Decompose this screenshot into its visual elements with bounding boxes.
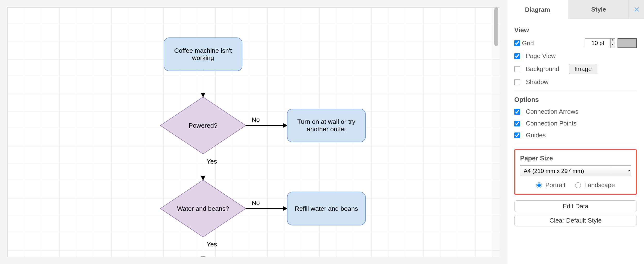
canvas-area[interactable]: Coffee machine isn't working Powered? No xyxy=(0,0,507,264)
label-pageview: Page View xyxy=(526,52,556,60)
checkbox-conn-points[interactable] xyxy=(514,121,520,126)
orientation-row: Portrait Landscape xyxy=(520,181,631,189)
checkbox-conn-arrows[interactable] xyxy=(514,109,520,115)
label-portrait: Portrait xyxy=(545,181,566,189)
node-start[interactable]: Coffee machine isn't working xyxy=(164,38,242,71)
close-icon[interactable]: ✕ xyxy=(629,0,644,19)
node-d1-text: Powered? xyxy=(189,122,218,129)
radio-portrait[interactable] xyxy=(536,182,542,188)
label-shadow: Shadow xyxy=(526,78,548,86)
label-d1-no: No xyxy=(252,116,260,123)
node-d2-text: Water and beans? xyxy=(177,205,229,212)
checkbox-grid[interactable] xyxy=(514,40,520,46)
grid-stepper[interactable]: ▲▼ xyxy=(610,38,615,48)
checkbox-shadow[interactable] xyxy=(514,79,520,85)
canvas-scrollbar[interactable] xyxy=(493,8,500,257)
right-sidebar: Diagram Style ✕ View Grid ▲▼ xyxy=(507,0,644,264)
checkbox-guides[interactable] xyxy=(514,132,520,138)
tab-diagram[interactable]: Diagram xyxy=(507,0,568,19)
grid-color-swatch[interactable] xyxy=(618,38,637,48)
node-a2-text: Refill water and beans xyxy=(294,205,358,212)
tab-style-label: Style xyxy=(591,6,606,13)
label-grid: Grid xyxy=(522,40,534,47)
input-grid-size[interactable] xyxy=(585,38,610,48)
label-conn-arrows: Connection Arrows xyxy=(526,108,578,115)
sidebar-tabs: Diagram Style ✕ xyxy=(507,0,644,19)
flowchart-svg: Coffee machine isn't working Powered? No xyxy=(8,8,500,257)
tab-style[interactable]: Style xyxy=(568,0,629,19)
label-landscape: Landscape xyxy=(584,181,615,189)
scrollbar-thumb[interactable] xyxy=(494,8,498,46)
section-options: Options Connection Arrows Connection Poi… xyxy=(514,96,637,144)
select-paper-size[interactable]: A4 (210 mm x 297 mm) xyxy=(520,165,631,176)
node-a1-text: Turn on at wall or try another outlet xyxy=(292,118,361,133)
checkbox-background[interactable] xyxy=(514,66,520,72)
label-background: Background xyxy=(526,65,559,73)
section-view-title: View xyxy=(514,27,637,34)
label-guides: Guides xyxy=(526,132,546,139)
label-d1-yes: Yes xyxy=(206,158,217,165)
section-options-title: Options xyxy=(514,96,637,104)
label-d2-yes: Yes xyxy=(206,241,217,248)
canvas-grid[interactable]: Coffee machine isn't working Powered? No xyxy=(7,7,500,257)
node-action-refill[interactable]: Refill water and beans xyxy=(287,192,365,225)
node-decision-water[interactable]: Water and beans? xyxy=(160,180,246,237)
app-root: Coffee machine isn't working Powered? No xyxy=(0,0,644,264)
node-action-outlet[interactable]: Turn on at wall or try another outlet xyxy=(287,109,365,142)
label-d2-no: No xyxy=(252,199,260,206)
radio-landscape[interactable] xyxy=(575,182,581,188)
section-actions: Edit Data Clear Default Style xyxy=(514,200,637,226)
node-start-text: Coffee machine isn't working xyxy=(169,47,238,62)
section-paper-highlighted: Paper Size A4 (210 mm x 297 mm) Portrait… xyxy=(514,149,637,195)
node-decision-powered[interactable]: Powered? xyxy=(160,97,246,154)
button-image[interactable]: Image xyxy=(569,64,597,74)
tab-diagram-label: Diagram xyxy=(525,6,550,14)
button-clear-style[interactable]: Clear Default Style xyxy=(514,215,637,226)
button-edit-data[interactable]: Edit Data xyxy=(514,200,637,212)
label-conn-points: Connection Points xyxy=(526,120,576,127)
checkbox-pageview[interactable] xyxy=(514,53,520,59)
section-paper-title: Paper Size xyxy=(520,155,631,162)
sidebar-body: View Grid ▲▼ Page View xyxy=(507,19,644,264)
section-view: View Grid ▲▼ Page View xyxy=(514,27,637,91)
